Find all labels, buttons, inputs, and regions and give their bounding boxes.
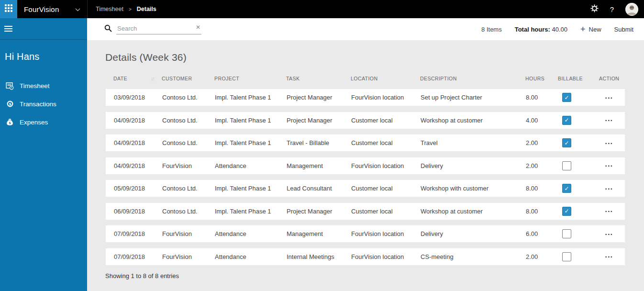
table-row[interactable]: 05/09/2018 Contoso Ltd. Impl. Talent Pha… (105, 179, 625, 197)
column-header-date[interactable]: DATE ↓↑ (113, 76, 162, 81)
column-header-task[interactable]: TASK (286, 76, 351, 81)
sidebar-greeting: Hi Hans (0, 40, 87, 62)
cell-customer: FourVision (162, 253, 215, 260)
breadcrumb-timesheet[interactable]: Timesheet (96, 6, 123, 12)
user-avatar[interactable] (625, 3, 638, 16)
app-title-menu[interactable]: FourVision (17, 0, 87, 18)
billable-checkbox[interactable]: ✓ (562, 184, 571, 193)
cell-description: Delivery (421, 162, 526, 169)
billable-checkbox[interactable] (562, 229, 571, 238)
billable-checkbox[interactable]: ✓ (562, 116, 571, 125)
row-actions-button[interactable]: ••• (604, 117, 614, 124)
breadcrumb-details: Details (137, 6, 156, 12)
billable-checkbox[interactable] (562, 252, 571, 261)
search-icon (104, 24, 112, 34)
table-row[interactable]: 07/09/2018 FourVision Attendance Managem… (105, 225, 625, 243)
search: ✕ (104, 24, 201, 34)
row-actions-button[interactable]: ••• (604, 95, 614, 101)
total-hours-label: Total hours: (515, 26, 550, 33)
search-input[interactable] (116, 24, 201, 34)
app-window: FourVision Timesheet > Details (0, 0, 644, 291)
cell-description: CS-meeting (421, 253, 526, 260)
toolbar: ✕ 8 Items Total hours: 40.00 + New Submi… (87, 18, 644, 40)
table-row[interactable]: 04/09/2018 FourVision Attendance Managem… (105, 157, 625, 175)
cell-project: Impl. Talent Phase 1 (215, 94, 287, 101)
row-actions-button[interactable]: ••• (604, 208, 614, 215)
search-clear-button[interactable]: ✕ (196, 24, 200, 31)
column-header-location[interactable]: LOCATION (351, 76, 420, 81)
cell-project: Attendance (215, 230, 287, 237)
table-row[interactable]: 04/09/2018 Contoso Ltd. Impl. Talent Pha… (105, 112, 625, 129)
cell-location: Customer local (351, 117, 421, 124)
column-header-action[interactable]: ACTION (599, 76, 625, 81)
billable-checkbox[interactable] (562, 161, 571, 170)
cell-hours: 2.00 (526, 162, 558, 169)
cell-task: Lead Consultant (287, 185, 351, 192)
table-row[interactable]: 06/09/2018 Contoso Ltd. Impl. Talent Pha… (105, 202, 625, 220)
submit-button[interactable]: Submit (614, 26, 633, 33)
column-header-project[interactable]: PROJECT (214, 76, 286, 81)
row-actions-button[interactable]: ••• (604, 231, 614, 238)
cell-task: Project Manager (287, 94, 351, 101)
table-footer: Showing 1 to 8 of 8 entries (105, 272, 625, 280)
cell-location: Customer local (351, 185, 421, 192)
table-row[interactable]: 07/09/2018 FourVision Attendance Interna… (105, 248, 625, 266)
sidebar-item-transactions[interactable]: $ Transactions (0, 95, 87, 113)
cell-customer: Contoso Ltd. (162, 94, 215, 101)
cell-location: Customer local (351, 208, 421, 215)
page-title: Details (Week 36) (105, 52, 625, 63)
content: Details (Week 36) DATE ↓↑ CUSTOMER PROJE… (87, 52, 644, 280)
column-header-description[interactable]: DESCRIPTION (420, 76, 525, 81)
svg-text:$: $ (9, 102, 11, 106)
sidebar-item-label: Timesheet (20, 82, 50, 90)
cell-hours: 8.00 (526, 94, 558, 101)
toolbar-actions: 8 Items Total hours: 40.00 + New Submit (481, 25, 633, 34)
row-actions-button[interactable]: ••• (604, 186, 614, 192)
table-row[interactable]: 04/09/2018 Contoso Ltd. Impl. Talent Pha… (105, 134, 625, 152)
cell-project: Impl. Talent Phase 1 (215, 208, 287, 215)
items-count: 8 Items (481, 26, 502, 33)
cell-task: Travel - Billable (287, 139, 351, 146)
sidebar-item-timesheet[interactable]: Timesheet (0, 77, 87, 95)
sidebar-menu: Timesheet $ Transactions $ (0, 77, 87, 131)
menu-toggle-button[interactable] (0, 18, 87, 40)
cell-date: 03/09/2018 (114, 94, 162, 101)
top-bar: FourVision Timesheet > Details (0, 0, 644, 18)
billable-checkbox[interactable]: ✓ (562, 93, 571, 102)
timesheet-icon (6, 82, 14, 90)
app-title: FourVision (24, 5, 59, 13)
app-launcher-button[interactable] (0, 0, 17, 18)
cell-description: Workshop with customer (421, 185, 526, 192)
cell-location: FourVision location (351, 94, 421, 101)
sidebar-item-expenses[interactable]: $ Expenses (0, 113, 87, 131)
sort-icon[interactable]: ↓↑ (151, 76, 154, 81)
new-button[interactable]: + New (580, 25, 601, 34)
cell-description: Delivery (421, 230, 526, 237)
billable-checkbox[interactable]: ✓ (562, 138, 571, 147)
cell-description: Workshop at customer (421, 208, 526, 215)
row-actions-button[interactable]: ••• (604, 163, 614, 169)
cell-location: FourVision location (351, 162, 421, 169)
row-actions-button[interactable]: ••• (604, 140, 614, 147)
column-header-customer[interactable]: CUSTOMER (162, 76, 214, 81)
cell-date: 05/09/2018 (114, 185, 162, 192)
cell-task: Project Manager (287, 117, 351, 124)
total-hours: Total hours: 40.00 (515, 26, 567, 33)
billable-checkbox[interactable]: ✓ (562, 207, 571, 216)
cell-customer: Contoso Ltd. (162, 117, 215, 124)
breadcrumb-separator: > (129, 7, 132, 12)
sidebar-item-label: Expenses (20, 119, 48, 126)
chevron-down-icon (75, 5, 80, 13)
column-header-billable[interactable]: BILLABLE (558, 76, 599, 81)
cell-date: 06/09/2018 (114, 208, 162, 215)
help-button[interactable]: ? (610, 5, 614, 13)
cell-hours: 2.00 (526, 139, 558, 146)
column-header-hours[interactable]: HOURS (525, 76, 558, 81)
settings-button[interactable] (590, 4, 599, 14)
submit-button-label: Submit (614, 26, 633, 33)
cell-customer: Contoso Ltd. (162, 208, 215, 215)
table-row[interactable]: 03/09/2018 Contoso Ltd. Impl. Talent Pha… (105, 89, 625, 106)
row-actions-button[interactable]: ••• (604, 254, 614, 260)
new-button-label: New (589, 26, 601, 33)
cell-hours: 4.00 (526, 117, 558, 124)
